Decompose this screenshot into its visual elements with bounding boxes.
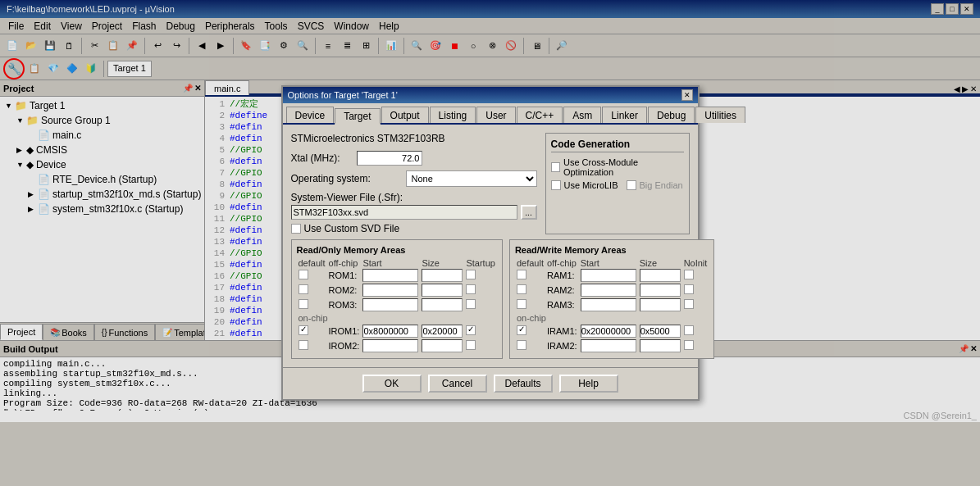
on-chip-label-rw: on-chip — [515, 312, 709, 324]
ram2-start[interactable] — [581, 284, 636, 297]
iram1-start[interactable] — [581, 325, 636, 338]
irom2-startup-cb[interactable] — [466, 340, 476, 350]
dialog-tab-target[interactable]: Target — [335, 108, 380, 125]
ram2-default-cb[interactable] — [517, 284, 526, 294]
rom2-start[interactable] — [362, 284, 418, 297]
xtal-label: Xtal (MHz): — [291, 152, 357, 164]
ram2-noinit-cb[interactable] — [684, 284, 694, 294]
ram1-default-cb[interactable] — [517, 270, 526, 279]
iram2-size[interactable] — [640, 339, 681, 352]
cross-module-checkbox[interactable] — [551, 162, 560, 172]
ram2-row: RAM2: — [515, 283, 709, 298]
ram2-size[interactable] — [640, 284, 681, 297]
os-label: Operating system: — [291, 173, 406, 184]
iram2-noinit-cb[interactable] — [684, 340, 694, 350]
ram1-size[interactable] — [640, 269, 681, 282]
irom1-label: IROM1: — [329, 326, 360, 336]
irom2-label: IROM2: — [329, 341, 360, 351]
ram1-noinit-cb[interactable] — [684, 270, 694, 279]
iram2-start[interactable] — [581, 339, 636, 352]
rom3-default-cb[interactable] — [299, 299, 308, 309]
readwrite-title: Read/Write Memory Areas — [515, 245, 709, 255]
irom2-size[interactable] — [422, 339, 463, 352]
os-select[interactable]: None — [406, 170, 537, 187]
defaults-button[interactable]: Defaults — [494, 375, 553, 393]
xtal-input[interactable] — [357, 151, 422, 166]
iram2-default-cb[interactable] — [517, 340, 526, 350]
col-start: Start — [361, 258, 420, 268]
iram1-label: IRAM1: — [547, 326, 577, 336]
irom1-startup-cb[interactable] — [466, 325, 476, 335]
dialog-close-button[interactable]: ✕ — [681, 89, 693, 101]
dialog-tab-listing[interactable]: Listing — [430, 107, 476, 123]
rom3-row: ROM3: — [297, 298, 497, 312]
custom-svd-row: Use Custom SVD File — [291, 223, 537, 234]
microlib-row: Use MicroLIB Big Endian — [551, 180, 684, 190]
rom3-size[interactable] — [422, 298, 463, 311]
dialog-tabs: Device Target Output Listing User C/C++ … — [283, 103, 698, 125]
readwrite-memory-panel: Read/Write Memory Areas default off-chip… — [509, 239, 714, 359]
custom-svd-checkbox[interactable] — [291, 224, 301, 234]
xtal-row: Xtal (MHz): — [291, 151, 537, 166]
col-default: default — [297, 258, 327, 268]
ram3-label: RAM3: — [547, 300, 575, 310]
rom2-size[interactable] — [422, 284, 463, 297]
dialog-tab-user[interactable]: User — [476, 107, 515, 123]
rom2-startup-cb[interactable] — [466, 284, 476, 294]
dialog-title-bar: Options for Target 'Target 1' ✕ — [283, 87, 698, 103]
ram3-default-cb[interactable] — [517, 299, 526, 309]
rw-col-offchip: off-chip — [545, 258, 579, 268]
dialog-tab-output[interactable]: Output — [381, 107, 429, 123]
rom1-start[interactable] — [362, 269, 418, 282]
ram1-start[interactable] — [581, 269, 636, 282]
rom1-size[interactable] — [422, 269, 463, 282]
col-startup: Startup — [464, 258, 496, 268]
microlib-checkbox[interactable] — [551, 180, 561, 190]
ram3-start[interactable] — [581, 298, 636, 311]
rw-col-noinit: NoInit — [682, 258, 709, 268]
dialog-tab-device[interactable]: Device — [286, 107, 335, 123]
readonly-title: Read/Only Memory Areas — [297, 245, 497, 255]
code-generation-box: Code Generation Use Cross-Module Optimiz… — [545, 133, 690, 234]
ram3-size[interactable] — [640, 298, 681, 311]
iram1-noinit-cb[interactable] — [684, 325, 694, 335]
dialog-tab-linker[interactable]: Linker — [602, 107, 647, 123]
dialog-title-text: Options for Target 'Target 1' — [288, 90, 398, 100]
ok-button[interactable]: OK — [362, 375, 422, 393]
dialog-body: STMicroelectronics STM32F103RB Xtal (MHz… — [283, 125, 698, 367]
svd-browse-button[interactable]: ... — [521, 205, 537, 220]
irom1-default-cb[interactable] — [299, 325, 308, 335]
irom2-default-cb[interactable] — [299, 340, 308, 350]
rom1-default-cb[interactable] — [299, 270, 308, 279]
cross-module-label: Use Cross-Module Optimization — [563, 157, 684, 177]
rom3-start[interactable] — [362, 298, 418, 311]
custom-svd-label: Use Custom SVD File — [304, 223, 400, 234]
irom2-start[interactable] — [362, 339, 418, 352]
dialog-tab-utilities[interactable]: Utilities — [695, 107, 745, 123]
rom2-default-cb[interactable] — [299, 284, 308, 294]
chip-label: STMicroelectronics STM32F103RB — [291, 133, 537, 144]
dialog-tab-asm[interactable]: Asm — [563, 107, 601, 123]
irom1-start[interactable] — [362, 325, 418, 338]
irom1-size[interactable] — [422, 325, 463, 338]
rom1-label: ROM1: — [329, 270, 358, 280]
iram1-row: IRAM1: — [515, 324, 709, 338]
big-endian-checkbox[interactable] — [627, 180, 636, 190]
col-offchip: off-chip — [327, 258, 362, 268]
ram3-noinit-cb[interactable] — [684, 299, 694, 309]
svd-label: System-Viewer File (.Sfr): — [291, 192, 537, 203]
iram1-default-cb[interactable] — [517, 325, 526, 335]
iram1-size[interactable] — [640, 325, 681, 338]
dialog-tab-debug[interactable]: Debug — [648, 107, 695, 123]
iram2-label: IRAM2: — [547, 341, 577, 351]
help-button[interactable]: Help — [559, 375, 618, 393]
cross-module-row: Use Cross-Module Optimization — [551, 157, 684, 177]
rom1-startup-cb[interactable] — [466, 270, 476, 279]
rom3-startup-cb[interactable] — [466, 299, 476, 309]
rom3-label: ROM3: — [329, 300, 358, 310]
dialog-tab-cpp[interactable]: C/C++ — [517, 107, 563, 123]
ram3-row: RAM3: — [515, 298, 709, 312]
dialog-footer: OK Cancel Defaults Help — [283, 367, 698, 399]
svd-input[interactable] — [291, 205, 517, 220]
cancel-button[interactable]: Cancel — [428, 375, 487, 393]
